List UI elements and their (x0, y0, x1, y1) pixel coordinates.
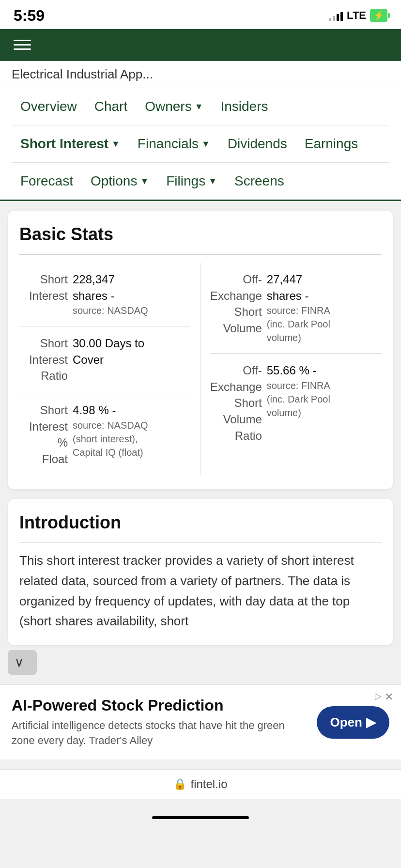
basic-stats-card: Basic Stats ShortInterest 228,347shares … (8, 211, 393, 489)
site-url: fintel.io (190, 777, 227, 791)
nav-row-1: Overview Chart Owners ▼ Insiders (12, 88, 389, 125)
chevron-down-icon: ∨ (15, 655, 24, 669)
lte-label: LTE (347, 9, 366, 22)
ad-banner: AI-Powered Stock Prediction Artificial i… (0, 684, 401, 760)
header-top (0, 29, 401, 61)
scroll-down-indicator[interactable]: ∨ (8, 650, 37, 675)
nav-earnings[interactable]: Earnings (296, 129, 367, 158)
status-icons: LTE ⚡ (329, 9, 387, 22)
ad-sponsored-label: ▷ (375, 691, 382, 701)
stats-grid: ShortInterest 228,347shares - source: NA… (19, 263, 382, 476)
ad-content: AI-Powered Stock Prediction Artificial i… (12, 697, 307, 748)
stat-short-interest-source: source: NASDAQ (73, 304, 190, 317)
nav-tabs: Overview Chart Owners ▼ Insiders Short I… (0, 88, 401, 201)
stat-sif-source: source: NASDAQ(short interest),Capital I… (73, 418, 190, 459)
signal-icon (329, 10, 343, 21)
ad-close-button[interactable]: ✕ (385, 691, 393, 703)
financials-dropdown-arrow: ▼ (201, 139, 210, 149)
nav-short-interest[interactable]: Short Interest ▼ (12, 129, 129, 158)
stat-sir-value: 30.00 Days toCover (73, 335, 190, 368)
stat-sir-label: ShortInterestRatio (19, 335, 68, 384)
nav-owners[interactable]: Owners ▼ (136, 92, 212, 121)
introduction-title: Introduction (19, 512, 382, 533)
stat-oev-source: source: FINRA(inc. Dark Poolvolume) (267, 304, 382, 344)
ad-open-button[interactable]: Open ▶ (317, 706, 389, 739)
stat-short-interest: ShortInterest 228,347shares - source: NA… (19, 263, 190, 326)
nav-financials[interactable]: Financials ▼ (129, 129, 219, 158)
introduction-card: Introduction This short interest tracker… (8, 499, 393, 645)
bottom-bar: 🔒 fintel.io (0, 769, 401, 799)
page-title: Electrical Industrial App... (0, 61, 401, 88)
owners-dropdown-arrow: ▼ (195, 102, 203, 112)
home-indicator (8, 808, 393, 827)
intro-divider (19, 542, 382, 543)
ad-subtitle: Artificial intelligence detects stocks t… (12, 718, 307, 748)
nav-chart[interactable]: Chart (86, 92, 136, 121)
play-icon: ▶ (366, 715, 376, 730)
introduction-text: This short interest tracker provides a v… (19, 551, 382, 631)
nav-insiders[interactable]: Insiders (212, 92, 277, 121)
ad-title: AI-Powered Stock Prediction (12, 697, 307, 714)
status-time: 5:59 (14, 7, 45, 25)
hamburger-button[interactable] (12, 38, 33, 52)
stat-sif-value: 4.98 % - source: NASDAQ(short interest),… (73, 402, 190, 459)
stats-divider (19, 254, 382, 255)
filings-dropdown-arrow: ▼ (208, 176, 217, 186)
status-bar: 5:59 LTE ⚡ (0, 0, 401, 29)
stat-oer-label: Off-ExchangeShortVolumeRatio (210, 362, 262, 444)
nav-filings[interactable]: Filings ▼ (157, 167, 226, 196)
nav-row-3: Forecast Options ▼ Filings ▼ Screens (12, 163, 389, 200)
nav-row-2: Short Interest ▼ Financials ▼ Dividends … (12, 125, 389, 162)
lock-icon: 🔒 (173, 778, 186, 790)
nav-overview[interactable]: Overview (12, 92, 86, 121)
home-bar (152, 816, 249, 819)
stat-short-interest-float: ShortInterest%Float 4.98 % - source: NAS… (19, 393, 190, 476)
stat-short-interest-value: 228,347shares - source: NASDAQ (73, 271, 190, 317)
nav-options[interactable]: Options ▼ (82, 167, 157, 196)
stat-short-interest-label: ShortInterest (19, 271, 68, 304)
nav-screens[interactable]: Screens (226, 167, 293, 196)
basic-stats-title: Basic Stats (19, 224, 382, 245)
stat-oer-value: 55.66 % - source: FINRA(inc. Dark Poolvo… (267, 362, 382, 419)
battery-icon: ⚡ (370, 9, 387, 22)
stat-oev-value: 27,447shares - source: FINRA(inc. Dark P… (267, 271, 382, 344)
options-dropdown-arrow: ▼ (140, 176, 149, 186)
header-nav (0, 29, 401, 61)
stat-oev-label: Off-ExchangeShortVolume (210, 271, 262, 336)
stats-left-col: ShortInterest 228,347shares - source: NA… (19, 263, 200, 476)
main-content: Basic Stats ShortInterest 228,347shares … (0, 201, 401, 837)
stats-right-col: Off-ExchangeShortVolume 27,447shares - s… (200, 263, 382, 476)
stat-off-exchange-volume: Off-ExchangeShortVolume 27,447shares - s… (210, 263, 382, 354)
stat-oer-source: source: FINRA(inc. Dark Poolvolume) (267, 379, 382, 419)
short-interest-dropdown-arrow: ▼ (111, 139, 120, 149)
nav-forecast[interactable]: Forecast (12, 167, 82, 196)
stat-off-exchange-ratio: Off-ExchangeShortVolumeRatio 55.66 % - s… (210, 354, 382, 452)
stat-short-interest-ratio: ShortInterestRatio 30.00 Days toCover (19, 326, 190, 393)
nav-dividends[interactable]: Dividends (219, 129, 296, 158)
stat-sif-label: ShortInterest%Float (19, 402, 68, 467)
